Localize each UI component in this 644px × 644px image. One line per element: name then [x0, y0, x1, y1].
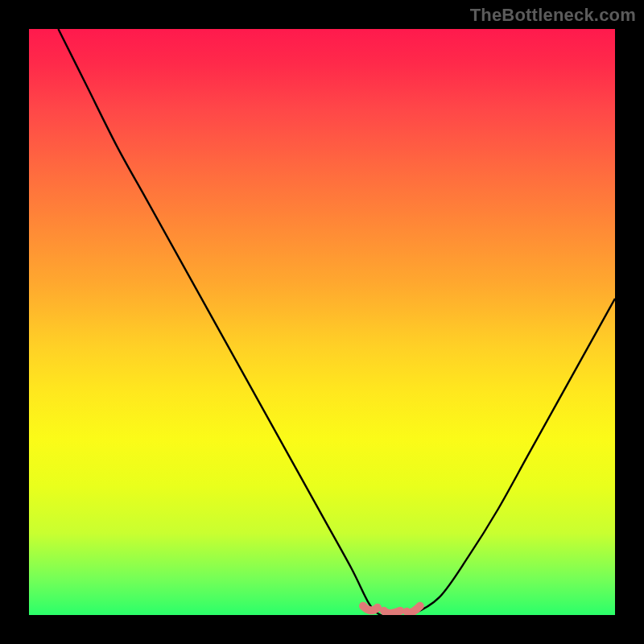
watermark-text: TheBottleneck.com	[470, 5, 636, 26]
optimal-marker	[363, 606, 420, 613]
plot-area	[29, 29, 615, 615]
bottleneck-curve	[58, 29, 615, 615]
chart-svg	[29, 29, 615, 615]
chart-canvas: TheBottleneck.com	[0, 0, 644, 644]
